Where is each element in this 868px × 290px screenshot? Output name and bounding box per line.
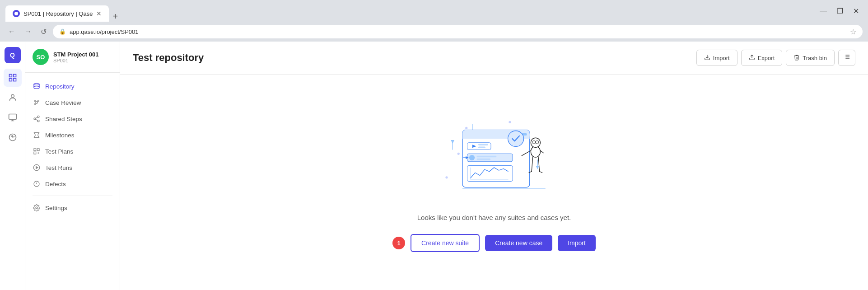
sidebar-item-defects[interactable]: Defects — [25, 176, 120, 192]
project-avatar: SO — [33, 49, 49, 65]
milestones-icon — [33, 131, 41, 139]
svg-rect-51 — [477, 156, 497, 158]
export-button[interactable]: Export — [741, 50, 783, 66]
project-code: SP001 — [53, 58, 98, 63]
repository-icon — [33, 82, 41, 90]
svg-point-9 — [34, 100, 36, 102]
restore-button[interactable]: ❐ — [833, 5, 847, 17]
svg-point-35 — [465, 127, 467, 129]
tab-favicon — [13, 10, 20, 17]
sidebar-item-milestones[interactable]: Milestones — [25, 127, 120, 143]
window-controls: — ❐ ✕ — [816, 5, 863, 17]
forward-button[interactable]: → — [22, 26, 34, 37]
sidebar-label-defects: Defects — [45, 181, 66, 187]
case-review-icon — [33, 98, 41, 107]
sidebar-item-test-runs[interactable]: Test Runs — [25, 159, 120, 176]
svg-point-38 — [457, 153, 460, 155]
sidebar-label-repository: Repository — [45, 83, 75, 90]
svg-point-48 — [508, 131, 524, 147]
sidebar-item-case-review[interactable]: Case Review — [25, 94, 120, 111]
svg-line-18 — [36, 119, 38, 121]
svg-point-39 — [445, 176, 448, 178]
import-button[interactable]: Import — [696, 50, 737, 66]
create-case-button[interactable]: Create new case — [485, 235, 552, 251]
address-bar-row: ← → ↺ 🔒 app.qase.io/project/SP001 ☆ — [0, 22, 868, 42]
empty-state-actions: 1 Create new suite Create new case Impor… — [392, 234, 596, 252]
sidebar-item-settings[interactable]: Settings — [25, 200, 120, 216]
browser-titlebar: SP001 | Repository | Qase ✕ + — ❐ ✕ — [0, 0, 868, 22]
import-empty-button[interactable]: Import — [558, 235, 596, 251]
new-tab-button[interactable]: + — [109, 11, 121, 22]
rail-icon-person[interactable] — [4, 89, 22, 107]
sidebar-item-shared-steps[interactable]: Shared Steps — [25, 111, 120, 127]
empty-state: Looks like you don't have any suites and… — [120, 75, 868, 290]
svg-point-26 — [36, 207, 37, 209]
project-header: SO STM Project 001 SP001 — [25, 49, 120, 73]
svg-line-12 — [35, 101, 36, 102]
main-header: Test repository Import — [120, 42, 868, 75]
test-runs-icon — [33, 164, 41, 172]
rail-icon-grid[interactable] — [4, 69, 22, 87]
svg-rect-47 — [478, 147, 485, 149]
svg-rect-20 — [34, 149, 36, 151]
trash-bin-button[interactable]: Trash bin — [786, 50, 835, 66]
svg-point-36 — [509, 121, 511, 123]
main-content: Test repository Import — [120, 42, 868, 290]
header-actions: Import Export — [696, 50, 855, 66]
svg-rect-5 — [9, 114, 16, 120]
svg-point-15 — [37, 116, 39, 117]
rail-icon-chart[interactable] — [4, 128, 22, 146]
svg-point-11 — [34, 104, 36, 105]
svg-rect-1 — [13, 75, 16, 77]
svg-point-50 — [469, 155, 475, 160]
lock-icon: 🔒 — [59, 28, 66, 35]
sidebar-label-milestones: Milestones — [45, 132, 75, 139]
sidebar-label-settings: Settings — [45, 205, 67, 211]
sidebar-item-test-plans[interactable]: Test Plans — [25, 143, 120, 159]
url-text: app.qase.io/project/SP001 — [70, 28, 846, 35]
address-bar[interactable]: 🔒 app.qase.io/project/SP001 ☆ — [53, 25, 863, 38]
svg-rect-53 — [467, 166, 513, 182]
active-tab[interactable]: SP001 | Repository | Qase ✕ — [5, 5, 109, 22]
tab-close-button[interactable]: ✕ — [96, 10, 102, 17]
create-suite-button[interactable]: Create new suite — [411, 234, 480, 252]
step-badge: 1 — [392, 237, 405, 249]
refresh-button[interactable]: ↺ — [38, 26, 49, 38]
settings-icon — [33, 204, 41, 212]
import-icon — [704, 54, 710, 62]
shared-steps-icon — [33, 115, 41, 123]
tab-title: SP001 | Repository | Qase — [23, 10, 93, 17]
project-name: STM Project 001 — [53, 51, 98, 58]
rail-icon-monitor[interactable] — [4, 108, 22, 126]
sidebar-item-repository[interactable]: Repository — [25, 78, 120, 94]
svg-rect-22 — [34, 152, 36, 154]
minimize-button[interactable]: — — [816, 5, 831, 17]
sidebar-label-test-runs: Test Runs — [45, 164, 72, 171]
export-icon — [749, 54, 755, 62]
svg-rect-21 — [37, 149, 39, 151]
svg-marker-24 — [36, 166, 38, 168]
list-view-button[interactable] — [838, 50, 855, 66]
svg-line-14 — [35, 103, 36, 104]
page-title: Test repository — [133, 52, 204, 64]
svg-point-10 — [38, 100, 39, 102]
svg-rect-3 — [13, 79, 16, 81]
svg-point-7 — [34, 83, 39, 85]
app-logo[interactable]: Q — [5, 47, 21, 63]
defects-icon — [33, 180, 41, 188]
svg-rect-0 — [9, 75, 12, 77]
bookmark-icon[interactable]: ☆ — [850, 28, 856, 36]
back-button[interactable]: ← — [5, 26, 18, 37]
test-plans-icon — [33, 147, 41, 155]
trash-icon — [793, 54, 800, 62]
sidebar-label-shared-steps: Shared Steps — [45, 116, 82, 122]
app-container: Q SO — [0, 42, 868, 290]
svg-point-4 — [11, 94, 14, 98]
svg-line-19 — [36, 117, 38, 118]
close-window-button[interactable]: ✕ — [849, 5, 863, 17]
sidebar-divider — [33, 196, 112, 196]
empty-state-message: Looks like you don't have any suites and… — [417, 214, 571, 221]
sidebar-label-case-review: Case Review — [45, 99, 81, 106]
svg-line-13 — [37, 101, 37, 102]
svg-rect-52 — [477, 159, 491, 160]
